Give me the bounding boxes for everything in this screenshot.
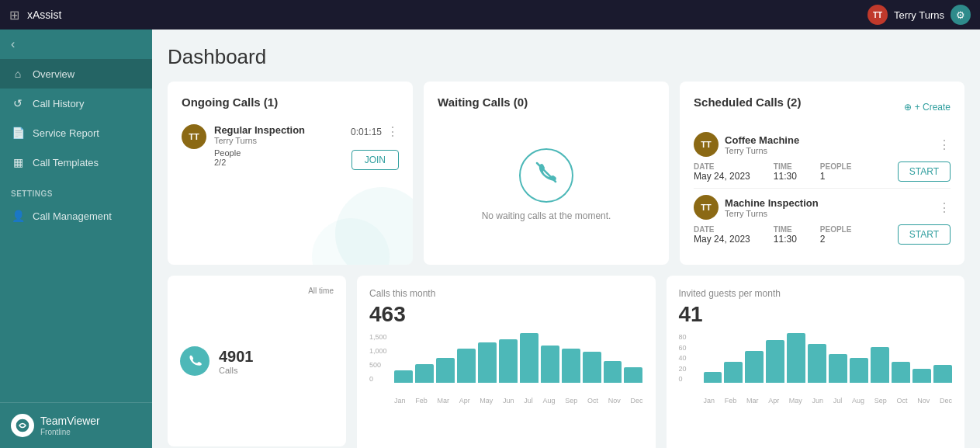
calls-stat-number: 4901: [219, 348, 299, 366]
sidebar-item-call-templates-label: Call Templates: [33, 157, 99, 168]
sidebar-item-call-templates[interactable]: ▦ Call Templates: [0, 148, 152, 177]
bar: [541, 346, 559, 383]
waiting-empty-text: No waiting calls at the moment.: [482, 210, 611, 221]
guests-bars: [704, 333, 953, 383]
report-icon: 📄: [11, 126, 25, 140]
guests-chart-value: 41: [679, 302, 953, 327]
main-content: Dashboard Ongoing Calls (1) TT Regular I…: [152, 30, 980, 448]
call-name: Regular Inspection: [214, 124, 343, 136]
app-name: xAssist: [27, 9, 860, 21]
bar: [583, 352, 601, 383]
calls-chart-area: 1,5001,0005000: [369, 333, 643, 395]
bar: [724, 362, 743, 383]
call-menu-icon[interactable]: ⋮: [386, 124, 399, 139]
history-icon: ↺: [11, 96, 25, 110]
calls-stat-icon: [180, 346, 210, 376]
user-info: TT Terry Turns ⚙: [867, 5, 971, 25]
waiting-calls-title: Waiting Calls (0): [438, 96, 655, 109]
call-actions: 0:01:15 ⋮ JOIN: [351, 124, 399, 170]
bar: [520, 333, 538, 383]
bar: [499, 339, 518, 383]
scheduled-avatar-2: TT: [694, 195, 719, 220]
sidebar-item-service-report-label: Service Report: [33, 127, 99, 139]
sidebar-item-call-history-label: Call History: [33, 98, 84, 109]
scheduled-name-1: Coffee Machine: [725, 134, 932, 146]
bar: [604, 361, 622, 383]
guests-chart-x-labels: JanFebMarAprMayJunJulAugSepOctNovDec: [679, 397, 953, 405]
bar: [394, 370, 413, 383]
scheduled-name-2: Machine Inspection: [725, 197, 932, 209]
call-info: Regular Inspection Terry Turns People 2/…: [214, 124, 343, 167]
sidebar-item-overview-label: Overview: [33, 68, 74, 80]
create-scheduled-call-button[interactable]: ⊕ + Create: [904, 102, 951, 113]
bar: [562, 349, 580, 383]
calls-bars: [394, 333, 643, 383]
sidebar-item-overview[interactable]: ⌂ Overview: [0, 59, 152, 89]
plus-icon: ⊕: [904, 102, 912, 113]
bar: [912, 369, 931, 383]
guests-chart-area: 806040200: [679, 333, 953, 395]
calls-chart-card: Calls this month 463 1,5001,0005000 JanF…: [357, 276, 656, 448]
calls-chart-x-labels: JanFebMarAprMayJunJulAugSepOctNovDec: [369, 397, 643, 405]
bar: [745, 351, 764, 383]
bar: [829, 354, 847, 383]
sidebar-item-call-management[interactable]: 👤 Call Management: [0, 201, 152, 231]
settings-icon[interactable]: ⚙: [951, 5, 971, 25]
username: Terry Turns: [894, 9, 944, 21]
template-icon: ▦: [11, 155, 25, 169]
sidebar-collapse-button[interactable]: ‹: [0, 30, 152, 59]
bar: [624, 367, 642, 383]
home-icon: ⌂: [11, 67, 25, 81]
ongoing-calls-title: Ongoing Calls (1): [182, 96, 399, 109]
waiting-calls-card: Waiting Calls (0) No waiting calls at th…: [424, 82, 669, 265]
bar: [871, 347, 889, 383]
svg-line-1: [537, 163, 556, 182]
no-calls-icon: [532, 158, 560, 192]
scheduled-menu-1[interactable]: ⋮: [938, 137, 951, 152]
sidebar-nav: ⌂ Overview ↺ Call History 📄 Service Repo…: [0, 59, 152, 402]
bar: [457, 349, 476, 383]
scheduled-calls-header: Scheduled Calls (2) ⊕ + Create: [694, 96, 951, 118]
sidebar-item-service-report[interactable]: 📄 Service Report: [0, 118, 152, 148]
scheduled-call-item-2: TT Machine Inspection Terry Turns ⋮ DATE…: [694, 189, 951, 251]
scheduled-calls-title: Scheduled Calls (2): [694, 96, 801, 109]
teamviewer-logo: [11, 414, 34, 437]
bar: [892, 362, 910, 383]
waiting-calls-empty: No waiting calls at the moment.: [438, 118, 655, 251]
calls-stat-label: Calls: [219, 366, 299, 375]
guests-chart-title: Invited guests per month: [679, 288, 953, 299]
grid-icon[interactable]: ⊞: [9, 8, 19, 23]
bar: [766, 340, 784, 383]
bar: [704, 372, 722, 383]
waiting-icon-circle: [519, 148, 573, 203]
user-avatar: TT: [867, 5, 888, 25]
scheduled-user-2: Terry Turns: [725, 209, 932, 218]
bar: [415, 364, 434, 383]
call-time: 0:01:15: [351, 127, 382, 137]
start-call-1-button[interactable]: START: [898, 161, 951, 182]
ongoing-call-item: TT Regular Inspection Terry Turns People…: [182, 118, 399, 176]
calls-chart-value: 463: [369, 302, 643, 327]
scheduled-menu-2[interactable]: ⋮: [938, 200, 951, 215]
bar: [436, 358, 455, 383]
ongoing-calls-card: Ongoing Calls (1) TT Regular Inspection …: [168, 82, 413, 265]
sidebar-item-call-history[interactable]: ↺ Call History: [0, 89, 152, 118]
brand-name: TeamViewer: [40, 415, 100, 428]
join-call-button[interactable]: JOIN: [351, 150, 399, 170]
bar: [850, 358, 868, 383]
scheduled-user-1: Terry Turns: [725, 146, 932, 155]
sidebar-brand-text: TeamViewer Frontline: [40, 415, 100, 436]
start-call-2-button[interactable]: START: [898, 224, 951, 245]
svg-point-0: [16, 419, 29, 432]
bar: [933, 365, 952, 383]
topbar: ⊞ xAssist TT Terry Turns ⚙: [0, 0, 980, 30]
bar: [787, 333, 805, 383]
calls-chart-title: Calls this month: [369, 288, 643, 299]
sidebar-item-call-management-label: Call Management: [33, 210, 112, 222]
call-people: People 2/2: [214, 148, 343, 167]
management-icon: 👤: [11, 209, 25, 223]
bar: [478, 342, 497, 383]
top-cards-row: Ongoing Calls (1) TT Regular Inspection …: [168, 82, 964, 265]
settings-section-label: SETTINGS: [0, 182, 152, 201]
sidebar: ‹ ⌂ Overview ↺ Call History 📄 Service Re…: [0, 30, 152, 448]
